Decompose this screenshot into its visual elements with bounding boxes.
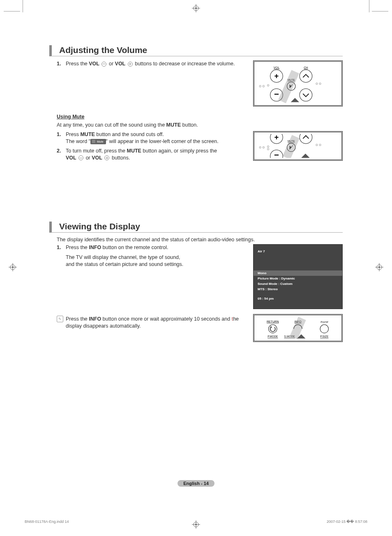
remote-diagram: VOL CH + − MUTE — [253, 60, 343, 106]
svg-text:P.SIZE: P.SIZE — [320, 335, 329, 338]
note-icon: ✎ — [57, 316, 63, 322]
svg-rect-44 — [283, 135, 300, 158]
svg-point-7 — [12, 266, 14, 268]
osd-sound: Sound Mode : Custom — [254, 281, 342, 286]
mute-osd-icon: Mute — [90, 139, 106, 144]
registration-mark-icon — [192, 4, 200, 12]
svg-text:Anynet: Anynet — [320, 320, 328, 323]
svg-point-42 — [316, 144, 318, 146]
registration-mark-icon — [375, 263, 383, 271]
svg-point-38 — [259, 147, 261, 148]
crop-mark — [372, 11, 388, 12]
svg-point-40 — [267, 146, 269, 147]
osd-mts: MTS : Stereo — [254, 286, 342, 292]
plus-icon — [104, 155, 109, 160]
svg-point-11 — [378, 266, 380, 268]
svg-point-21 — [300, 89, 312, 102]
vol-label: VOL — [274, 66, 279, 69]
svg-point-15 — [195, 524, 197, 525]
svg-point-41 — [267, 148, 269, 150]
crop-mark — [23, 0, 23, 12]
crop-mark — [369, 0, 369, 12]
osd-mono: Mono — [254, 270, 342, 276]
osd-info-panel: Air 7 Mono Picture Mode : Dynamic Sound … — [253, 244, 343, 309]
minus-icon — [101, 62, 106, 67]
plus-icon — [128, 62, 133, 67]
section-title: Adjusting the Volume — [59, 45, 147, 55]
svg-text:P.MODE: P.MODE — [267, 335, 278, 338]
remote-diagram-info: RETURN INFO Anynet P.MODE S.MODE P.SIZE — [253, 314, 343, 342]
svg-point-27 — [316, 83, 318, 84]
osd-picture: Picture Mode : Dynamic — [254, 276, 342, 281]
svg-point-18 — [300, 70, 312, 83]
svg-point-26 — [267, 85, 269, 86]
svg-point-25 — [263, 85, 264, 87]
svg-text:+: + — [274, 72, 279, 80]
svg-point-39 — [263, 147, 264, 148]
display-intro: The display identifies the current chann… — [57, 237, 343, 243]
crop-mark — [4, 11, 20, 12]
document-page: Adjusting the Volume Press the VOL or VO… — [0, 0, 392, 536]
svg-text:+: + — [274, 134, 279, 141]
registration-mark-icon — [9, 263, 17, 271]
step-item: To turn mute off, press the MUTE button … — [57, 148, 245, 162]
svg-rect-29 — [278, 70, 299, 103]
mute-heading: Using Mute — [57, 114, 343, 120]
ch-label: CH — [304, 66, 308, 69]
minus-icon — [78, 155, 83, 160]
note-item: ✎ Press the INFO button once more or wai… — [57, 316, 245, 330]
step-item: Press the INFO button on the remote cont… — [57, 244, 245, 268]
svg-point-49 — [320, 324, 328, 333]
mute-intro: At any time, you can cut off the sound u… — [57, 122, 343, 128]
svg-text:−: − — [274, 150, 279, 158]
file-name: BN68-01178A-Eng.indd 14 — [25, 520, 69, 524]
svg-text:−: − — [274, 90, 279, 99]
svg-point-28 — [319, 83, 321, 84]
svg-text:RETURN: RETURN — [267, 320, 279, 323]
step-item: Press the VOL or VOL buttons to decrease… — [57, 60, 245, 67]
timestamp: 2007-02-15 �� 8:57:08 — [327, 520, 367, 524]
svg-rect-53 — [290, 317, 306, 339]
osd-time: 05 : 54 pm — [254, 296, 342, 301]
osd-channel: Air 7 — [254, 249, 342, 254]
svg-point-43 — [319, 144, 321, 146]
remote-diagram-mute: + − MUTE — [253, 131, 343, 161]
page-footer-label: English - 14 — [0, 479, 392, 487]
document-footer: BN68-01178A-Eng.indd 14 2007-02-15 �� 8:… — [25, 520, 367, 524]
section-heading: Viewing the Display — [49, 222, 343, 233]
svg-point-24 — [259, 85, 261, 87]
section-title: Viewing the Display — [59, 222, 140, 231]
svg-point-3 — [195, 7, 197, 9]
section-heading: Adjusting the Volume — [49, 45, 343, 56]
step-item: Press MUTE button and the sound cuts off… — [57, 131, 245, 145]
